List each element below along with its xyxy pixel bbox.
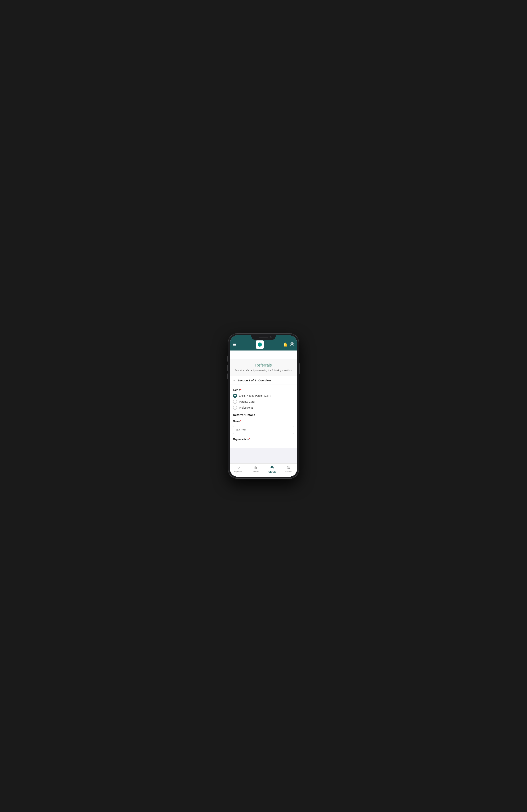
nav-trackers[interactable]: Trackers: [250, 465, 261, 473]
role-required-star: *: [240, 389, 241, 391]
connect-label: Connect: [285, 470, 292, 473]
organisation-label: Organisation*: [233, 438, 294, 441]
camera: [270, 336, 271, 338]
referrer-section-title: Referrer Details: [233, 414, 294, 417]
speaker: [259, 337, 268, 338]
form-content: I am a* Child / Young Person (CYP) Paren…: [230, 385, 297, 448]
nav-referrals[interactable]: Referrals: [266, 465, 277, 473]
title-section: Referrals Submit a referral by answering…: [230, 359, 297, 376]
radio-professional[interactable]: Professional: [233, 406, 294, 410]
radio-parent[interactable]: Parent / Carer: [233, 400, 294, 404]
role-label: I am a*: [233, 389, 294, 391]
hamburger-icon[interactable]: ☰: [233, 342, 236, 347]
section-title: Section 1 of 3 : Overview: [238, 379, 271, 382]
role-field-group: I am a* Child / Young Person (CYP) Paren…: [233, 389, 294, 410]
name-field-group: Name*: [233, 420, 294, 434]
logo: [256, 340, 264, 349]
referrals-label: Referrals: [268, 471, 276, 473]
organisation-required-star: *: [249, 438, 250, 441]
main-content: ← Referrals Submit a referral by answeri…: [230, 350, 297, 463]
section-back-arrow[interactable]: ←: [233, 379, 236, 382]
name-input[interactable]: [233, 426, 294, 434]
my-health-icon: [237, 465, 240, 470]
svg-rect-2: [254, 467, 254, 469]
radio-cyp-circle[interactable]: [233, 394, 237, 398]
bell-icon[interactable]: 🔔: [283, 342, 288, 347]
nav-connect[interactable]: Connect: [283, 465, 294, 473]
trackers-label: Trackers: [252, 470, 259, 473]
radio-cyp-inner: [234, 395, 236, 396]
name-required-star: *: [240, 420, 241, 423]
section-header: ← Section 1 of 3 : Overview: [230, 376, 297, 385]
header-icons: 🔔: [283, 342, 294, 347]
svg-rect-4: [256, 466, 256, 469]
page-subtitle: Submit a referral by answering the follo…: [233, 369, 294, 372]
organisation-field-group: Organisation*: [233, 438, 294, 441]
svg-point-1: [291, 343, 293, 344]
back-button[interactable]: ←: [233, 353, 236, 357]
bottom-nav: My health Trackers: [230, 463, 297, 477]
user-icon[interactable]: [290, 342, 294, 347]
svg-rect-3: [255, 466, 255, 469]
radio-parent-label: Parent / Carer: [239, 400, 255, 403]
name-label: Name*: [233, 420, 294, 423]
nav-my-health[interactable]: My health: [233, 465, 244, 473]
page-title: Referrals: [233, 363, 294, 368]
radio-cyp-label: Child / Young Person (CYP): [239, 394, 271, 397]
notch: [252, 335, 275, 340]
my-health-label: My health: [234, 470, 242, 473]
nhs-logo: [257, 342, 262, 347]
radio-cyp[interactable]: Child / Young Person (CYP): [233, 394, 294, 398]
connect-icon: [287, 465, 290, 470]
back-nav: ←: [230, 350, 297, 359]
svg-rect-5: [256, 467, 257, 469]
radio-professional-circle[interactable]: [233, 406, 237, 410]
radio-parent-circle[interactable]: [233, 400, 237, 404]
svg-point-6: [271, 466, 272, 467]
referrals-icon: [270, 465, 274, 470]
trackers-icon: [253, 465, 257, 470]
radio-professional-label: Professional: [239, 406, 253, 409]
svg-point-7: [272, 466, 273, 467]
